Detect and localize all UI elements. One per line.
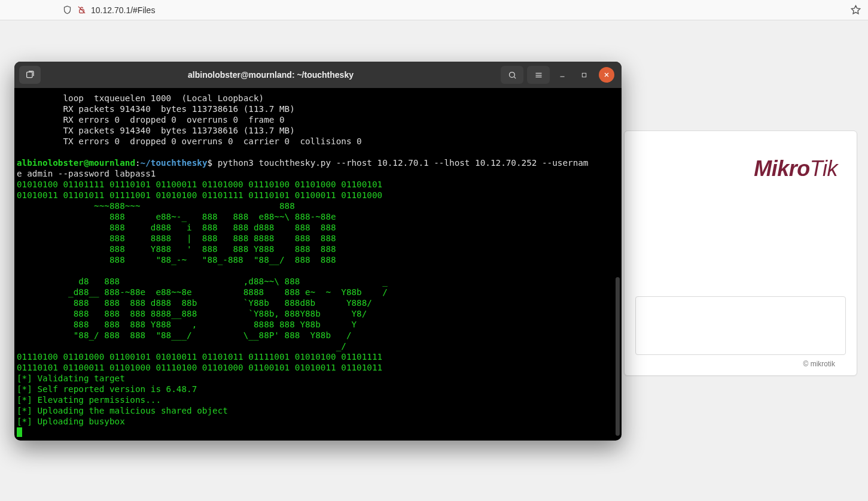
close-button[interactable] [599,67,614,83]
terminal-scrollbar[interactable] [616,277,620,436]
svg-line-5 [514,77,516,78]
search-button[interactable] [501,66,523,84]
terminal-titlebar: albinolobster@mournland: ~/touchthesky [14,62,622,88]
hamburger-menu-button[interactable] [527,66,550,84]
status-output: [*] Validating target [*] Self reported … [17,374,228,426]
mikrotik-content-box [635,296,846,355]
prompt-host: mournland [89,158,135,168]
prompt-path: ~/touchthesky [141,158,208,168]
mikrotik-footer: © mikrotik [803,360,835,368]
logo-text-prefix: Mikro [754,156,810,181]
terminal-body[interactable]: loop txqueuelen 1000 (Local Loopback) RX… [14,88,622,441]
cursor [17,427,22,437]
prompt-user: albinolobster [17,158,84,168]
maximize-button[interactable] [575,66,593,84]
svg-rect-3 [27,72,32,77]
mikrotik-panel: MikroTik © mikrotik [624,130,857,376]
new-tab-button[interactable] [19,66,41,84]
svg-rect-10 [582,73,586,77]
url-text[interactable]: 10.12.70.1/#Files [91,5,155,15]
ascii-banner: 01010100 01101111 01110101 01100011 0110… [17,180,388,372]
prompt-symbol: $ [208,158,213,168]
shield-icon[interactable] [62,5,72,15]
browser-address-bar: 10.12.70.1/#Files [0,0,868,20]
terminal-title: albinolobster@mournland: ~/touchthesky [44,70,497,80]
bookmark-star-icon[interactable] [850,5,861,16]
svg-point-4 [509,72,514,77]
mikrotik-logo: MikroTik [754,156,837,181]
logo-text-suffix: Tik [810,156,837,181]
svg-marker-2 [851,5,860,13]
lock-slash-icon[interactable] [77,5,86,15]
terminal-window: albinolobster@mournland: ~/touchthesky l… [14,62,622,441]
ifconfig-output: loop txqueuelen 1000 (Local Loopback) RX… [17,93,362,146]
minimize-button[interactable] [553,66,571,84]
